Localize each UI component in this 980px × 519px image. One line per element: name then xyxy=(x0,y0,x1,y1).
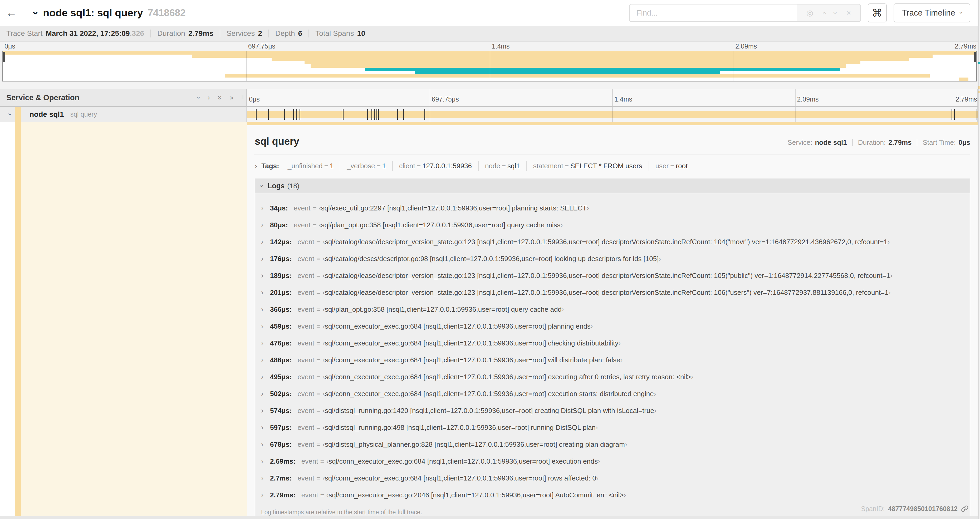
tag-pill: _verbose=1 xyxy=(340,161,392,171)
log-marker-tick xyxy=(951,109,952,120)
find-clear-icon[interactable]: × xyxy=(846,9,851,17)
expand-all-button[interactable]: » xyxy=(230,94,234,101)
log-expand-chevron-icon[interactable]: › xyxy=(261,204,270,212)
collapse-one-level-button[interactable]: › xyxy=(195,96,202,99)
log-expand-chevron-icon[interactable]: › xyxy=(261,255,270,263)
span-id-row: SpanID: 4877749850101760812 xyxy=(861,505,969,513)
log-row[interactable]: ›597μs:event=‹sql/distsql_running.go:498… xyxy=(255,419,970,436)
log-row[interactable]: ›502μs:event=‹sql/conn_executor_exec.go:… xyxy=(255,385,970,402)
log-row[interactable]: ›142μs:event=‹sql/catalog/lease/descript… xyxy=(255,233,970,250)
span-row[interactable]: › node sql1 sql query xyxy=(0,107,978,122)
trace-view-selector-button[interactable]: Trace Timeline › xyxy=(894,3,970,22)
log-expand-chevron-icon[interactable]: › xyxy=(261,390,270,398)
log-row[interactable]: ›486μs:event=‹sql/conn_executor_exec.go:… xyxy=(255,351,970,369)
log-row[interactable]: ›459μs:event=‹sql/conn_executor_exec.go:… xyxy=(255,318,970,335)
keyboard-shortcuts-button[interactable]: ⌘ xyxy=(868,3,887,22)
log-row[interactable]: ›574μs:event=‹sql/distsql_running.go:142… xyxy=(255,402,970,419)
title-collapse-chevron-icon[interactable]: › xyxy=(30,11,42,14)
operation-name: sql query xyxy=(70,110,97,118)
log-expand-chevron-icon[interactable]: › xyxy=(261,339,270,347)
log-row[interactable]: ›495μs:event=‹sql/conn_executor_exec.go:… xyxy=(255,369,970,385)
log-expand-chevron-icon[interactable]: › xyxy=(261,289,270,297)
service-name: node sql1 xyxy=(30,110,64,119)
tag-pill: node=sql1 xyxy=(478,161,527,171)
jaeger-trace-page: ← › node sql1: sql query 7418682 ◎ › › ×… xyxy=(0,0,980,519)
log-expand-chevron-icon[interactable]: › xyxy=(261,373,270,381)
minimap-gridlines xyxy=(3,51,976,81)
log-marker-tick xyxy=(378,109,379,120)
span-detail-area: sql query Service:node sql1 Duration:2.7… xyxy=(247,122,978,516)
log-row[interactable]: ›366μs:event=‹sql/plan_opt.go:358 [nsql1… xyxy=(255,301,970,318)
tag-pill: _unfinished=1 xyxy=(282,161,340,171)
log-expand-chevron-icon[interactable]: › xyxy=(261,441,270,449)
log-expand-chevron-icon[interactable]: › xyxy=(261,322,270,331)
ruler-tick-label: 0μs xyxy=(2,43,15,50)
depth-stat: Depth6 xyxy=(275,29,302,38)
span-row-name-column: › node sql1 sql query xyxy=(0,107,247,122)
ruler-tick-label: 2.09ms xyxy=(795,96,819,103)
command-icon: ⌘ xyxy=(872,7,883,19)
log-marker-tick xyxy=(397,109,398,120)
log-marker-tick xyxy=(374,109,375,120)
log-row[interactable]: ›176μs:event=‹sql/catalog/descs/descript… xyxy=(255,250,970,267)
total-spans-stat: Total Spans10 xyxy=(315,29,365,38)
log-marker-tick xyxy=(403,109,404,120)
expand-collapse-controls: › › » » xyxy=(197,94,243,101)
log-marker-tick xyxy=(367,109,368,120)
minimap-canvas[interactable] xyxy=(2,51,977,81)
trace-id-badge: 7418682 xyxy=(148,7,186,18)
collapse-all-button[interactable]: » xyxy=(216,96,223,99)
divider xyxy=(269,30,269,37)
sliver-tan-fragment xyxy=(978,86,980,89)
minimap-left-scrubber-handle[interactable] xyxy=(3,52,5,62)
log-row[interactable]: ›80μs:event=‹sql/plan_opt.go:358 [nsql1,… xyxy=(255,217,970,233)
log-marker-tick xyxy=(293,109,294,120)
sliver-tan-fragment xyxy=(978,91,980,93)
span-detail-row: sql query Service:node sql1 Duration:2.7… xyxy=(0,122,978,516)
log-expand-chevron-icon[interactable]: › xyxy=(261,356,270,364)
logs-header[interactable]: › Logs (18) xyxy=(255,179,970,193)
tags-expand-chevron-icon[interactable]: › xyxy=(255,162,257,170)
log-row[interactable]: ›201μs:event=‹sql/catalog/lease/descript… xyxy=(255,284,970,301)
find-next-icon[interactable]: › xyxy=(832,11,840,14)
span-row-timeline xyxy=(247,107,978,122)
log-row[interactable]: ›2.7ms:event=‹sql/conn_executor_exec.go:… xyxy=(255,469,970,487)
log-row[interactable]: ›189μs:event=‹sql/catalog/lease/descript… xyxy=(255,267,970,284)
find-previous-icon[interactable]: › xyxy=(820,11,828,14)
log-row[interactable]: ›2.69ms:event=‹sql/conn_executor_exec.go… xyxy=(255,453,970,469)
window-edge-sliver xyxy=(978,0,980,519)
find-locate-icon[interactable]: ◎ xyxy=(807,9,813,17)
log-row[interactable]: ›678μs:event=‹sql/distsql_physical_plann… xyxy=(255,436,970,453)
log-marker-tick xyxy=(371,109,372,120)
minimap-right-scrubber-handle[interactable] xyxy=(974,52,976,62)
log-expand-chevron-icon[interactable]: › xyxy=(261,407,270,415)
log-marker-tick xyxy=(284,109,285,120)
column-resizer-handle[interactable]: ‖ xyxy=(241,94,244,101)
tags-row[interactable]: › Tags: _unfinished=1_verbose=1client=12… xyxy=(247,155,978,176)
trace-start-stat: Trace StartMarch 31 2022, 17:25:09.326 xyxy=(6,29,144,38)
find-input[interactable] xyxy=(630,5,797,21)
timeline-column-header: Service & Operation › › » » ‖ 0μs697.75μ… xyxy=(0,89,978,107)
gridline xyxy=(247,89,247,106)
expand-one-level-button[interactable]: › xyxy=(208,94,210,101)
log-row[interactable]: ›476μs:event=‹sql/conn_executor_exec.go:… xyxy=(255,335,970,351)
log-expand-chevron-icon[interactable]: › xyxy=(261,221,270,229)
log-marker-tick xyxy=(377,109,377,120)
copy-link-icon[interactable] xyxy=(961,505,969,513)
service-meta: Service:node sql1 xyxy=(788,139,847,147)
log-row[interactable]: ›2.79ms:event=‹sql/conn_executor_exec.go… xyxy=(255,487,970,503)
log-expand-chevron-icon[interactable]: › xyxy=(261,271,270,280)
divider xyxy=(917,139,917,146)
log-expand-chevron-icon[interactable]: › xyxy=(261,423,270,432)
log-expand-chevron-icon[interactable]: › xyxy=(261,491,270,499)
log-row[interactable]: ›34μs:event=‹sql/exec_util.go:2297 [nsql… xyxy=(255,200,970,217)
log-expand-chevron-icon[interactable]: › xyxy=(261,457,270,465)
minimap-ruler: 0μs697.75μs1.4ms2.09ms2.79ms xyxy=(2,42,977,51)
span-expand-chevron-icon[interactable]: › xyxy=(6,113,14,115)
log-expand-chevron-icon[interactable]: › xyxy=(261,305,270,313)
log-expand-chevron-icon[interactable]: › xyxy=(261,238,270,246)
gridline xyxy=(733,51,733,81)
span-detail-indent-column xyxy=(0,122,247,516)
back-button[interactable]: ← xyxy=(0,0,23,26)
log-expand-chevron-icon[interactable]: › xyxy=(261,474,270,482)
